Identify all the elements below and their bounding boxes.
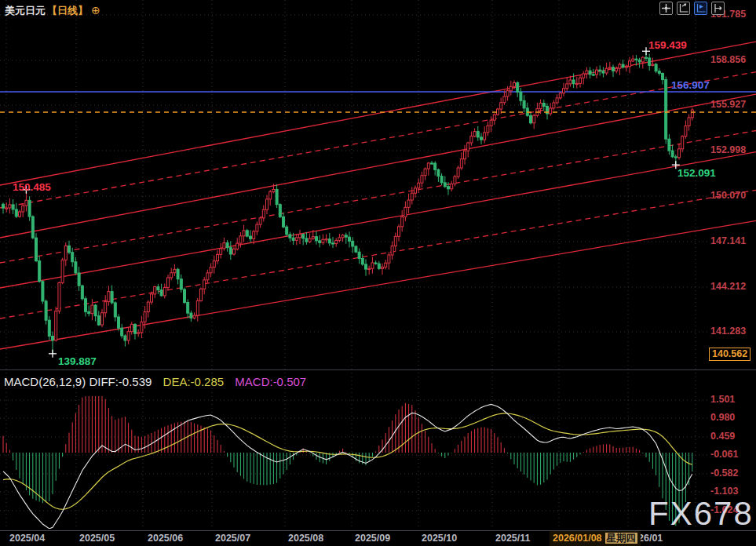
price-axis-label: 141.283 (710, 326, 746, 337)
price-marker-150.485: 150.485 (13, 181, 51, 193)
macd-hist-value: MACD:-0.507 (235, 375, 306, 388)
price-marker-152.091: 152.091 (677, 167, 716, 179)
macd-diff-value: DIFF:-0.539 (89, 375, 152, 388)
price-axis-label: 155.927 (710, 99, 746, 111)
add-indicator-icon[interactable]: ⊕ (91, 4, 100, 16)
price-axis-label: 150.070 (710, 190, 746, 202)
price-marker-139.887: 139.887 (58, 355, 97, 367)
extreme-cross-markers (22, 47, 679, 358)
macd-histogram (3, 396, 692, 526)
fit-scale-icon[interactable] (677, 2, 690, 15)
month-label: 2025/10 (422, 533, 457, 544)
pan-icon[interactable] (659, 2, 673, 15)
current-date-label: 2026/01/08星期四 (550, 531, 641, 546)
month-label: 2025/07 (215, 533, 250, 544)
current-weekday: 星期四 (605, 533, 638, 544)
diff-line (3, 404, 692, 528)
symbol-title: 美元日元 (5, 5, 46, 16)
auto-scale-icon[interactable] (694, 2, 707, 15)
price-axis-label: 144.212 (710, 281, 746, 293)
macd-axis-label: 0.980 (710, 412, 735, 424)
price-marker-159.439: 159.439 (648, 39, 687, 51)
price-marker-156.907: 156.907 (671, 79, 710, 91)
price-axis-label: 152.998 (710, 144, 746, 156)
current-date: 2026/01/08 (553, 533, 602, 544)
time-axis: 2025/042025/052025/062025/072025/082025/… (0, 530, 756, 546)
grid (0, 0, 709, 530)
fx678-watermark: FX678 (648, 497, 754, 530)
trading-chart-window: 美元日元【日线】⊕ 161.785158.856155.927152.99815… (0, 0, 756, 546)
macd-dea-value: DEA:-0.285 (163, 375, 225, 388)
price-axis-label: 158.856 (710, 54, 746, 66)
month-label: 2025/05 (79, 533, 115, 544)
price-axis-label: 147.141 (710, 235, 746, 247)
macd-axis-label: -0.582 (710, 468, 738, 479)
chart-header: 美元日元【日线】⊕ (5, 4, 100, 18)
timeframe-label: 【日线】 (47, 5, 88, 16)
chart-toolbar (659, 2, 725, 15)
macd-axis-label: -0.061 (710, 449, 738, 460)
scale-low-badge: 140.562 (709, 348, 751, 361)
month-label: 2025/09 (355, 533, 390, 544)
month-label: 2025/11 (495, 533, 531, 544)
dea-line (3, 413, 692, 509)
month-label: 2025/08 (288, 533, 323, 544)
month-label: 2025/06 (148, 533, 183, 544)
macd-axis-label: 0.459 (710, 431, 735, 442)
macd-params: MACD(26,12,9) (4, 375, 86, 388)
macd-lines (3, 404, 692, 528)
macd-indicator-label: MACD(26,12,9) DIFF:-0.539 DEA:-0.285 MAC… (4, 375, 306, 388)
macd-axis-label: 1.501 (710, 394, 735, 406)
month-label-partial: 26/01 (638, 533, 663, 544)
candlestick-chart[interactable] (0, 0, 756, 546)
month-label: 2025/04 (9, 533, 45, 544)
shift-axis-icon[interactable] (711, 2, 725, 15)
